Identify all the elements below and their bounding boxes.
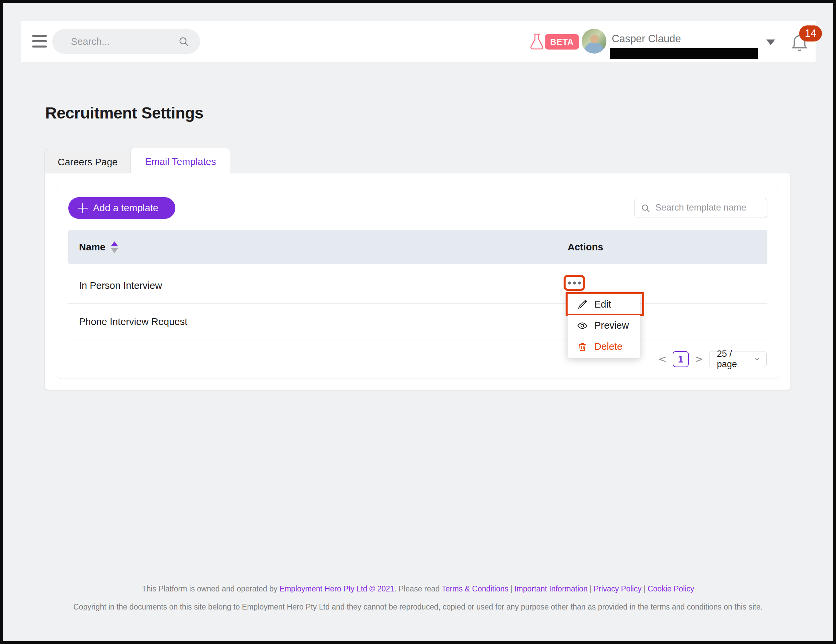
footer-company-link[interactable]: Employment Hero Pty Ltd © 2021 [279,584,394,593]
pagination: < 1 > 25 / page [658,351,767,367]
menu-item-label: Preview [594,320,629,331]
ellipsis-icon [573,281,576,284]
row-actions-ellipsis-button[interactable] [563,275,585,291]
top-navigation-bar: BETA Casper Claude 14 [21,21,816,62]
tab-email-templates[interactable]: Email Templates [131,148,230,175]
table-header-row: Name Actions [68,230,767,264]
ellipsis-icon [568,281,571,284]
footer-legal-line: This Platform is owned and operated by E… [3,584,833,593]
footer-separator: | [642,584,648,593]
sort-asc-icon [111,241,118,246]
footer-copyright-line: Copyright in the documents on this site … [3,603,833,611]
user-name: Casper Claude [612,33,681,45]
prev-page-button[interactable]: < [658,351,667,367]
page-title: Recruitment Settings [45,104,204,122]
column-header-name[interactable]: Name [79,230,118,264]
global-search [52,29,200,54]
user-avatar[interactable] [582,29,606,54]
footer-important-info-link[interactable]: Important Information [514,584,588,593]
notification-count-badge[interactable]: 14 [799,25,822,41]
menu-item-preview[interactable]: Preview [568,315,640,336]
menu-item-edit[interactable]: Edit [568,294,640,315]
screenshot-frame: BETA Casper Claude 14 Recruitment Settin… [0,0,836,644]
footer-separator: | [588,584,594,593]
email-templates-card: Add a template Name Actions In Person In… [57,185,779,379]
footer-text: . Please read [394,584,442,593]
beta-badge: BETA [545,34,579,49]
menu-item-label: Delete [594,341,622,352]
tab-careers-page[interactable]: Careers Page [44,149,131,174]
beta-flask-icon [529,32,544,52]
eye-icon [577,320,588,331]
column-name-label: Name [79,242,105,253]
user-menu-caret-icon[interactable] [766,39,775,45]
plus-icon [78,203,88,213]
next-page-button[interactable]: > [695,351,703,367]
footer-terms-link[interactable]: Terms & Conditions [442,584,508,593]
hamburger-menu-icon[interactable] [32,35,47,47]
menu-item-label: Edit [594,299,611,310]
footer-separator: | [508,584,514,593]
global-search-input[interactable] [71,29,171,54]
chevron-down-icon [753,355,760,363]
search-icon [178,36,189,47]
footer-cookie-link[interactable]: Cookie Policy [648,584,694,593]
template-search-icon [640,203,651,213]
pencil-icon [577,299,588,310]
page-size-value: 25 / page [717,349,753,369]
row-divider [68,303,767,304]
template-name-cell: In Person Interview [79,280,162,291]
template-search-input[interactable] [655,198,763,217]
sort-desc-icon [111,248,118,253]
page-number-1[interactable]: 1 [673,351,689,367]
template-name-cell: Phone Interview Request [79,316,188,327]
sort-icons [111,241,118,253]
app-screen: BETA Casper Claude 14 Recruitment Settin… [3,3,833,641]
ellipsis-icon [578,281,581,284]
footer-privacy-link[interactable]: Privacy Policy [594,584,642,593]
trash-icon [577,342,588,352]
column-header-actions: Actions [568,230,603,264]
row-actions-menu: Edit Preview Delete [568,293,640,358]
add-template-label: Add a template [93,203,158,214]
add-template-button[interactable]: Add a template [68,197,175,219]
redacted-user-detail [610,48,758,59]
template-search [634,198,767,218]
footer-text: This Platform is owned and operated by [142,584,280,593]
page-size-select[interactable]: 25 / page [709,351,767,367]
menu-item-delete[interactable]: Delete [568,336,640,357]
